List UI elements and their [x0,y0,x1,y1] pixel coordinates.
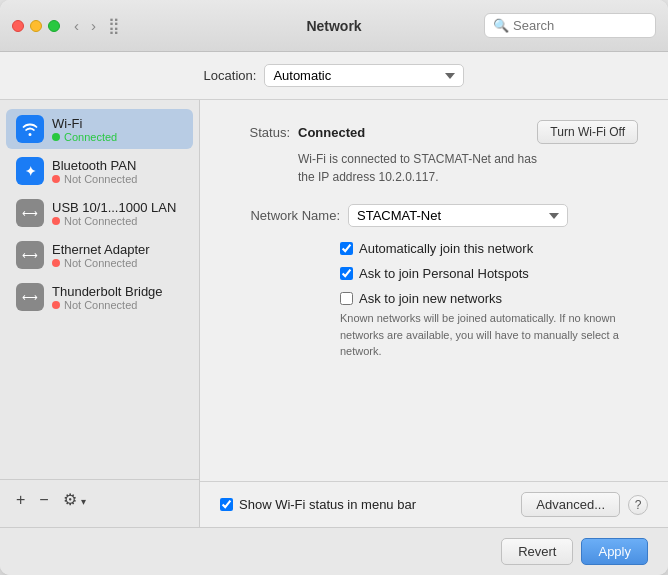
detail-panel: Status: Connected Turn Wi-Fi Off Wi-Fi i… [200,100,668,481]
search-input[interactable] [513,18,653,33]
apply-button[interactable]: Apply [581,538,648,565]
network-name-label: Network Name: [230,208,340,223]
location-label: Location: [204,68,257,83]
grid-icon: ⣿ [108,16,120,35]
bottom-buttons: Advanced... ? [521,492,648,517]
maximize-button[interactable] [48,20,60,32]
status-label: Status: [230,125,290,140]
tb-name: Thunderbolt Bridge [52,284,163,299]
thunderbolt-icon: ⟷ [16,283,44,311]
nav-buttons: ‹ › [70,16,100,35]
eth-name: Ethernet Adapter [52,242,150,257]
bt-name: Bluetooth PAN [52,158,137,173]
wifi-icon [16,115,44,143]
join-hotspots-label: Ask to join Personal Hotspots [359,266,529,281]
sidebar-item-wifi[interactable]: Wi-Fi Connected [6,109,193,149]
wifi-status: Connected [52,131,117,143]
wifi-info: Wi-Fi Connected [52,116,117,143]
usb-status: Not Connected [52,215,176,227]
ethernet-icon: ⟷ [16,241,44,269]
status-row: Status: Connected Turn Wi-Fi Off [230,120,638,144]
join-new-label: Ask to join new networks [359,291,502,306]
bottom-bar: Show Wi-Fi status in menu bar Advanced..… [200,481,668,527]
tb-status: Not Connected [52,299,163,311]
bt-info: Bluetooth PAN Not Connected [52,158,137,185]
main-content: Wi-Fi Connected ✦ Bluetooth PAN Not Conn [0,100,668,527]
sidebar-item-usb[interactable]: ⟷ USB 10/1...1000 LAN Not Connected [6,193,193,233]
bluetooth-icon: ✦ [16,157,44,185]
eth-status: Not Connected [52,257,150,269]
close-button[interactable] [12,20,24,32]
advanced-button[interactable]: Advanced... [521,492,620,517]
location-bar: Location: Automatic [0,52,668,100]
usb-info: USB 10/1...1000 LAN Not Connected [52,200,176,227]
auto-join-label: Automatically join this network [359,241,533,256]
sidebar-item-bluetooth[interactable]: ✦ Bluetooth PAN Not Connected [6,151,193,191]
join-new-description: Known networks will be joined automatica… [340,310,638,360]
show-wifi-checkbox[interactable] [220,498,233,511]
wifi-status-dot [52,133,60,141]
turn-wifi-off-button[interactable]: Turn Wi-Fi Off [537,120,638,144]
sidebar-footer: + − ⚙ ▾ [0,479,199,519]
auto-join-row: Automatically join this network [340,241,638,256]
sidebar: Wi-Fi Connected ✦ Bluetooth PAN Not Conn [0,100,200,527]
help-button[interactable]: ? [628,495,648,515]
tb-status-dot [52,301,60,309]
tb-info: Thunderbolt Bridge Not Connected [52,284,163,311]
network-name-row: Network Name: STACMAT-Net [230,204,638,227]
titlebar: ‹ › ⣿ Network 🔍 [0,0,668,52]
traffic-lights [12,20,60,32]
status-description: Wi-Fi is connected to STACMAT-Net and ha… [298,150,638,186]
sidebar-item-thunderbolt[interactable]: ⟷ Thunderbolt Bridge Not Connected [6,277,193,317]
eth-info: Ethernet Adapter Not Connected [52,242,150,269]
join-new-row: Ask to join new networks [340,291,638,306]
add-network-button[interactable]: + [10,489,31,511]
forward-button[interactable]: › [87,16,100,35]
gear-menu-button[interactable]: ⚙ ▾ [57,488,92,511]
location-select[interactable]: Automatic [264,64,464,87]
search-box: 🔍 [484,13,656,38]
back-button[interactable]: ‹ [70,16,83,35]
action-footer: Revert Apply [0,527,668,575]
minimize-button[interactable] [30,20,42,32]
usb-icon: ⟷ [16,199,44,227]
join-hotspots-row: Ask to join Personal Hotspots [340,266,638,281]
sidebar-item-ethernet[interactable]: ⟷ Ethernet Adapter Not Connected [6,235,193,275]
auto-join-checkbox[interactable] [340,242,353,255]
show-wifi-row: Show Wi-Fi status in menu bar [220,497,521,512]
wifi-name: Wi-Fi [52,116,117,131]
usb-name: USB 10/1...1000 LAN [52,200,176,215]
join-hotspots-checkbox[interactable] [340,267,353,280]
revert-button[interactable]: Revert [501,538,573,565]
show-wifi-label: Show Wi-Fi status in menu bar [239,497,416,512]
bt-status: Not Connected [52,173,137,185]
status-value: Connected [298,125,365,140]
bt-status-dot [52,175,60,183]
join-new-checkbox[interactable] [340,292,353,305]
eth-status-dot [52,259,60,267]
usb-status-dot [52,217,60,225]
network-name-select[interactable]: STACMAT-Net [348,204,568,227]
remove-network-button[interactable]: − [33,489,54,511]
search-icon: 🔍 [493,18,509,33]
window-title: Network [306,18,361,34]
